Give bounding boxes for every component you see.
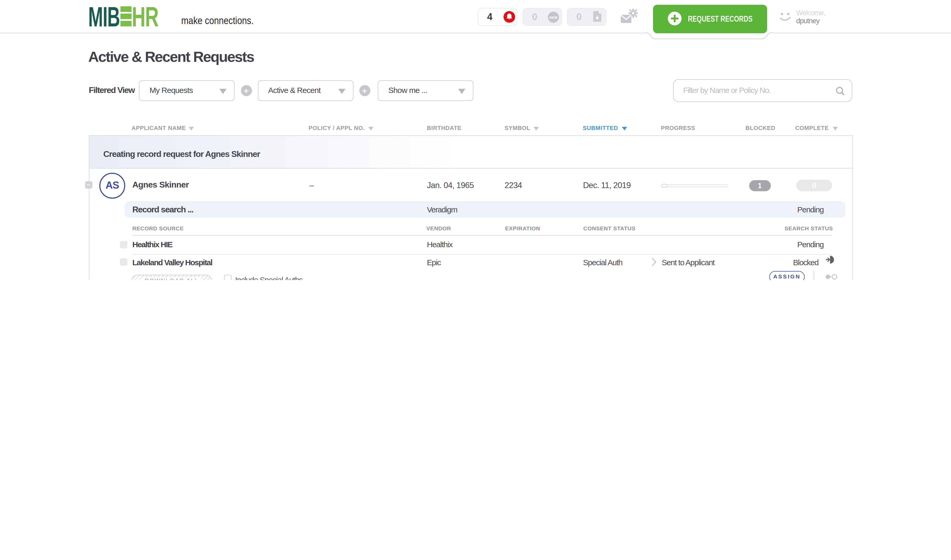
svg-text:make connections.: make connections. [181, 15, 254, 26]
svg-text:HR: HR [132, 2, 158, 32]
svg-text:MIB: MIB [88, 2, 120, 32]
svg-text:NEW: NEW [549, 16, 557, 20]
